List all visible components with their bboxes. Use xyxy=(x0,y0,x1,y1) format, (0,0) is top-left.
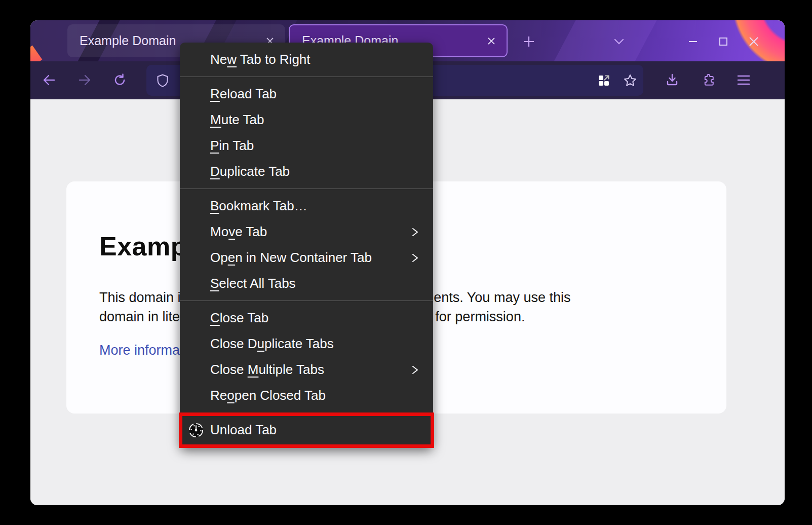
back-icon xyxy=(42,72,57,88)
reload-icon xyxy=(112,72,128,88)
menu-separator xyxy=(180,77,433,77)
menu-item-close-duplicate-tabs[interactable]: Close Duplicate Tabs xyxy=(180,331,433,357)
menu-item-label: Close Tab xyxy=(210,310,268,326)
maximize-button[interactable] xyxy=(713,31,733,52)
menu-item-duplicate-tab[interactable]: Duplicate Tab xyxy=(180,159,433,184)
menu-item-label: Unload Tab xyxy=(210,422,277,438)
menu-item-label: Select All Tabs xyxy=(210,276,296,291)
menu-item-label: Mute Tab xyxy=(210,112,264,128)
menu-item-reload-tab[interactable]: Reload Tab xyxy=(180,81,433,107)
menu-item-move-tab[interactable]: Move Tab xyxy=(180,219,433,245)
menu-item-label: Duplicate Tab xyxy=(210,164,290,179)
menu-item-new-tab-to-right[interactable]: New Tab to Right xyxy=(180,47,433,72)
download-button[interactable] xyxy=(658,65,687,95)
menu-item-close-tab[interactable]: Close Tab xyxy=(180,305,433,331)
forward-icon xyxy=(77,72,92,88)
star-icon[interactable] xyxy=(617,67,643,94)
hamburger-icon xyxy=(737,74,751,86)
menu-item-unload-tab[interactable]: Unload Tab xyxy=(180,417,433,443)
back-button[interactable] xyxy=(34,65,64,95)
theme-stripe xyxy=(544,20,662,61)
minimize-icon xyxy=(688,36,698,47)
menu-item-label: Reopen Closed Tab xyxy=(210,388,326,403)
reload-button[interactable] xyxy=(105,65,135,95)
menu-item-label: Move Tab xyxy=(210,224,267,240)
browser-window: Example Domain Example Domain xyxy=(30,20,785,505)
menu-item-label: Pin Tab xyxy=(210,138,254,154)
menu-item-label: Reload Tab xyxy=(210,86,277,102)
grid-arrow-icon[interactable] xyxy=(591,67,617,94)
forward-button[interactable] xyxy=(70,65,99,95)
maximize-icon xyxy=(718,36,728,47)
menu-separator xyxy=(180,189,433,189)
menu-separator xyxy=(180,301,433,301)
submenu-chevron-icon xyxy=(410,252,420,264)
menu-item-mute-tab[interactable]: Mute Tab xyxy=(180,107,433,133)
new-tab-button[interactable] xyxy=(519,31,539,52)
menu-item-bookmark-tab[interactable]: Bookmark Tab… xyxy=(180,193,433,219)
menu-item-label: Bookmark Tab… xyxy=(210,198,307,214)
close-icon xyxy=(748,36,759,47)
extensions-button[interactable] xyxy=(694,65,724,95)
menu-item-open-in-new-container-tab[interactable]: Open in New Container Tab xyxy=(180,245,433,271)
app-menu-button[interactable] xyxy=(729,65,758,95)
puzzle-icon xyxy=(702,72,717,88)
chevron-down-icon xyxy=(612,35,626,48)
menu-separator xyxy=(180,413,433,413)
menu-item-label: Open in New Container Tab xyxy=(210,250,372,266)
tab-context-menu: New Tab to Right Reload Tab Mute Tab Pin… xyxy=(180,43,433,448)
menu-item-select-all-tabs[interactable]: Select All Tabs xyxy=(180,271,433,296)
close-button[interactable] xyxy=(744,31,764,52)
tab-close-icon[interactable] xyxy=(482,32,500,50)
clock-icon xyxy=(188,422,204,438)
menu-item-reopen-closed-tab[interactable]: Reopen Closed Tab xyxy=(180,383,433,408)
menu-item-label: Close Duplicate Tabs xyxy=(210,336,334,352)
menu-item-label: Close Multiple Tabs xyxy=(210,362,324,378)
menu-item-close-multiple-tabs[interactable]: Close Multiple Tabs xyxy=(180,357,433,383)
list-all-tabs-button[interactable] xyxy=(609,31,629,52)
shield-icon[interactable] xyxy=(148,66,177,95)
menu-item-pin-tab[interactable]: Pin Tab xyxy=(180,133,433,159)
submenu-chevron-icon xyxy=(410,227,420,238)
menu-item-label: New Tab to Right xyxy=(210,52,311,67)
download-icon xyxy=(665,72,680,88)
plus-icon xyxy=(522,35,535,48)
minimize-button[interactable] xyxy=(683,31,703,52)
submenu-chevron-icon xyxy=(410,364,420,376)
